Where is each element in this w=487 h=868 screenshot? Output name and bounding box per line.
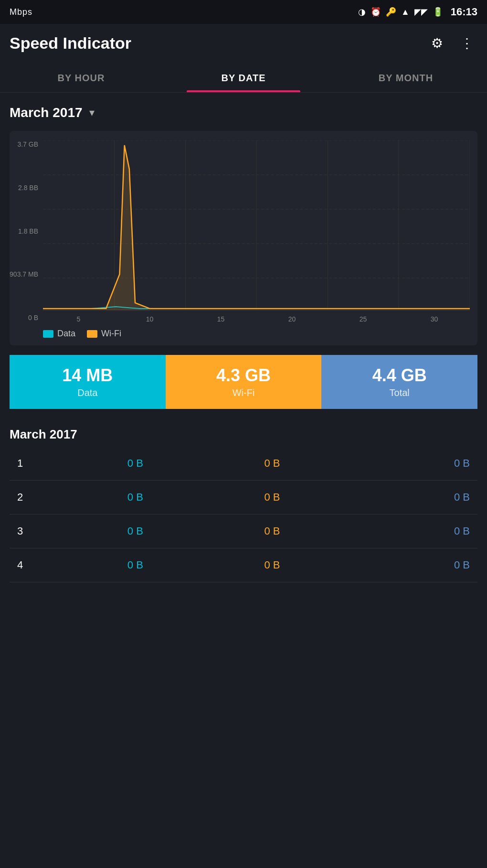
stats-row: 14 MB Data 4.3 GB Wi-Fi 4.4 GB Total [10,355,477,409]
x-label-4: 25 [328,315,399,323]
table-row: 4 0 B 0 B 0 B [10,548,477,582]
battery-icon: 🔋 [433,7,443,17]
y-label-2: 1.8 BB [18,227,38,235]
row-data: 0 B [67,481,204,514]
x-label-5: 30 [399,315,470,323]
row-data: 0 B [67,447,204,481]
data-table: 1 0 B 0 B 0 B 2 0 B 0 B 0 B 3 0 B 0 B 0 … [10,447,477,582]
table-row: 3 0 B 0 B 0 B [10,514,477,548]
row-total: 0 B [340,514,477,548]
more-options-button[interactable]: ⋮ [456,32,477,55]
row-day: 4 [10,548,67,582]
row-data: 0 B [67,514,204,548]
legend-data: Data [43,329,75,339]
tabs-container: BY HOUR BY DATE BY MONTH [0,62,487,93]
row-day: 3 [10,514,67,548]
table-row: 2 0 B 0 B 0 B [10,481,477,514]
app-bar: Speed Indicator ⚙ ⋮ [0,24,487,62]
stat-wifi-value: 4.3 GB [216,365,271,386]
settings-button[interactable]: ⚙ [427,32,447,55]
y-label-4: 0 B [28,314,38,321]
row-data: 0 B [67,548,204,582]
row-total: 0 B [340,548,477,582]
x-label-1: 10 [114,315,185,323]
row-wifi: 0 B [204,447,341,481]
dropdown-arrow-icon: ▾ [89,107,95,119]
chart-legend: Data Wi-Fi [43,329,470,339]
chart-y-labels: 3.7 GB 2.8 BB 1.8 BB 903.7 MB 0 B [10,140,42,321]
status-icons: ◑ ⏰ 🔑 ▲ ◤◤ 🔋 16:13 [358,6,477,18]
status-time: 16:13 [451,6,477,18]
row-wifi: 0 B [204,548,341,582]
legend-data-color [43,330,53,338]
stat-card-data: 14 MB Data [10,355,166,409]
row-total: 0 B [340,447,477,481]
key-icon: 🔑 [386,7,396,17]
tab-by-date[interactable]: BY DATE [162,62,325,92]
stat-wifi-label: Wi-Fi [233,387,255,398]
row-day: 1 [10,447,67,481]
legend-data-label: Data [57,329,75,339]
y-label-0: 3.7 GB [17,140,38,148]
main-content: March 2017 ▾ 3.7 GB 2.8 BB 1.8 BB 903.7 … [0,93,487,582]
stat-total-value: 4.4 GB [372,365,427,386]
y-label-3: 903.7 MB [10,270,38,278]
status-signal: Mbps [10,7,32,17]
month-label: March 2017 [10,105,83,120]
stat-data-value: 14 MB [62,365,113,386]
chart-container: 3.7 GB 2.8 BB 1.8 BB 903.7 MB 0 B [10,131,477,345]
stat-card-wifi: 4.3 GB Wi-Fi [166,355,322,409]
alarm-icon: ⏰ [371,7,381,17]
table-row: 1 0 B 0 B 0 B [10,447,477,481]
legend-wifi-color [87,330,97,338]
legend-wifi: Wi-Fi [87,329,121,339]
wifi-icon: ▲ [401,7,410,17]
x-label-0: 5 [43,315,114,323]
stat-card-total: 4.4 GB Total [321,355,477,409]
stat-data-label: Data [77,387,97,398]
x-label-3: 20 [256,315,328,323]
status-bar: Mbps ◑ ⏰ 🔑 ▲ ◤◤ 🔋 16:13 [0,0,487,24]
y-label-1: 2.8 BB [18,184,38,192]
chart-x-labels: 5 10 15 20 25 30 [43,312,470,323]
chart-svg [43,140,470,312]
row-wifi: 0 B [204,514,341,548]
row-total: 0 B [340,481,477,514]
row-day: 2 [10,481,67,514]
row-wifi: 0 B [204,481,341,514]
accessibility-icon: ◑ [358,7,366,17]
app-title: Speed Indicator [10,34,131,53]
tab-by-hour[interactable]: BY HOUR [0,62,162,92]
section-title: March 2017 [10,420,477,447]
signal-icon: ◤◤ [414,7,428,17]
x-label-2: 15 [185,315,256,323]
tab-by-month[interactable]: BY MONTH [325,62,487,92]
legend-wifi-label: Wi-Fi [101,329,121,339]
app-bar-actions: ⚙ ⋮ [427,32,477,55]
month-selector[interactable]: March 2017 ▾ [10,105,477,120]
stat-total-label: Total [390,387,410,398]
